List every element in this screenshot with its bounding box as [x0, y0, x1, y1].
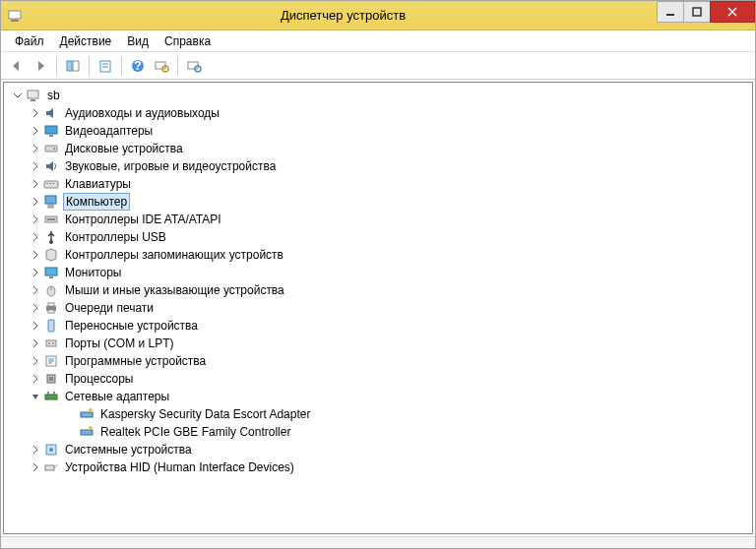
minimize-button[interactable]: [657, 1, 684, 23]
show-hide-tree-button[interactable]: [61, 55, 85, 77]
menu-view[interactable]: Вид: [119, 32, 157, 50]
expander-open-icon[interactable]: [12, 90, 24, 101]
maximize-button[interactable]: [683, 1, 711, 23]
tree-category[interactable]: Аудиовходы и аудиовыходы: [12, 104, 752, 122]
svg-rect-23: [44, 181, 58, 188]
expander-closed-icon[interactable]: [30, 461, 41, 473]
svg-rect-37: [48, 303, 54, 306]
expander-closed-icon[interactable]: [30, 337, 41, 349]
ports-icon: [43, 336, 59, 351]
svg-rect-49: [81, 412, 93, 417]
update-driver-button[interactable]: [182, 55, 206, 77]
svg-rect-30: [47, 218, 55, 220]
expander-open-icon[interactable]: [30, 391, 41, 402]
expander-closed-icon[interactable]: [30, 125, 41, 137]
computer-root-icon: [26, 88, 41, 103]
tree-root[interactable]: sb: [12, 87, 752, 104]
expander-closed-icon[interactable]: [30, 320, 41, 332]
printer-icon: [43, 300, 59, 316]
svg-point-50: [89, 408, 93, 412]
tree-category[interactable]: Контроллеры USB: [12, 228, 752, 246]
menu-action[interactable]: Действие: [52, 32, 120, 50]
portable-icon: [43, 318, 59, 334]
tree-category[interactable]: Звуковые, игровые и видеоустройства: [12, 157, 752, 175]
svg-rect-0: [9, 11, 21, 19]
tree-category[interactable]: Контроллеры IDE ATA/ATAPI: [12, 211, 752, 228]
tree-category[interactable]: Процессоры: [12, 370, 752, 388]
tree-category-label: Процессоры: [63, 371, 136, 387]
tree-root-label: sb: [45, 88, 62, 103]
tree-category-label: Контроллеры IDE ATA/ATAPI: [63, 212, 223, 227]
netadapter-icon: [79, 406, 94, 422]
expander-closed-icon[interactable]: [30, 249, 41, 261]
tree-category[interactable]: Программные устройства: [12, 352, 752, 370]
svg-rect-18: [31, 99, 35, 101]
titlebar: Диспетчер устройств: [1, 1, 755, 30]
expander-none: [65, 426, 77, 438]
tree-category[interactable]: Мониторы: [12, 264, 752, 281]
back-button[interactable]: [5, 55, 29, 77]
tree-category[interactable]: Переносные устройства: [12, 317, 752, 335]
hid-icon: [43, 459, 59, 475]
tree-category-label: Системные устройства: [63, 442, 194, 458]
svg-rect-47: [47, 392, 49, 395]
properties-button[interactable]: [94, 55, 117, 77]
expander-closed-icon[interactable]: [30, 231, 41, 243]
svg-rect-46: [45, 395, 57, 399]
expander-closed-icon[interactable]: [30, 284, 41, 296]
tree-category-label: Порты (COM и LPT): [63, 336, 176, 351]
svg-text:?: ?: [134, 59, 141, 73]
expander-closed-icon[interactable]: [30, 373, 41, 385]
svg-rect-3: [693, 8, 701, 16]
device-tree[interactable]: sb Аудиовходы и аудиовыходыВидеоадаптеры…: [3, 82, 753, 534]
tree-category[interactable]: Клавиатуры: [12, 175, 752, 193]
tree-category[interactable]: Устройства HID (Human Interface Devices): [12, 458, 752, 476]
expander-closed-icon[interactable]: [30, 444, 41, 456]
svg-rect-28: [48, 205, 53, 208]
tree-device-label: Realtek PCIe GBE Family Controller: [98, 424, 292, 440]
expander-closed-icon[interactable]: [30, 107, 41, 119]
expander-closed-icon[interactable]: [30, 355, 41, 367]
tree-category[interactable]: Компьютер: [12, 193, 752, 211]
svg-rect-51: [81, 430, 93, 435]
expander-closed-icon[interactable]: [30, 178, 41, 190]
expander-closed-icon[interactable]: [30, 302, 41, 314]
expander-closed-icon[interactable]: [30, 267, 41, 278]
tree-device[interactable]: Realtek PCIe GBE Family Controller: [12, 423, 752, 441]
menu-file[interactable]: Файл: [7, 32, 52, 50]
tree-device-label: Kaspersky Security Data Escort Adapter: [98, 406, 312, 422]
tree-category[interactable]: Порты (COM и LPT): [12, 335, 752, 352]
expander-closed-icon[interactable]: [30, 143, 41, 154]
tree-device[interactable]: Kaspersky Security Data Escort Adapter: [12, 405, 752, 423]
tree-category-label: Звуковые, игровые и видеоустройства: [63, 158, 278, 174]
forward-button[interactable]: [29, 55, 52, 77]
tree-category[interactable]: Дисковые устройства: [12, 140, 752, 157]
tree-category-label: Переносные устройства: [63, 318, 200, 334]
tree-category[interactable]: Сетевые адаптеры: [12, 388, 752, 405]
expander-closed-icon[interactable]: [30, 196, 41, 208]
svg-point-31: [49, 240, 53, 244]
expander-closed-icon[interactable]: [30, 214, 41, 225]
expander-none: [65, 408, 77, 420]
tree-category-label: Дисковые устройства: [63, 141, 185, 156]
tree-category[interactable]: Мыши и иные указывающие устройства: [12, 281, 752, 299]
tree-category-label: Мыши и иные указывающие устройства: [63, 282, 286, 298]
menu-help[interactable]: Справка: [157, 32, 219, 50]
tree-category[interactable]: Видеоадаптеры: [12, 122, 752, 140]
help-button[interactable]: ?: [126, 55, 150, 77]
storage-icon: [43, 247, 59, 263]
tree-category[interactable]: Контроллеры запоминающих устройств: [12, 246, 752, 264]
tree-category[interactable]: Системные устройства: [12, 441, 752, 458]
svg-rect-33: [49, 276, 53, 278]
expander-closed-icon[interactable]: [30, 160, 41, 172]
toolbar-separator: [56, 56, 57, 76]
toolbar-separator: [121, 56, 122, 76]
svg-rect-7: [73, 61, 79, 71]
tree-category-label: Контроллеры запоминающих устройств: [63, 247, 285, 263]
tree-category-label: Контроллеры USB: [63, 229, 168, 245]
scan-hardware-button[interactable]: [150, 55, 173, 77]
svg-point-52: [89, 426, 93, 430]
tree-category[interactable]: Очереди печати: [12, 299, 752, 317]
close-button[interactable]: [710, 1, 755, 23]
tree-category-label: Очереди печати: [63, 300, 156, 316]
